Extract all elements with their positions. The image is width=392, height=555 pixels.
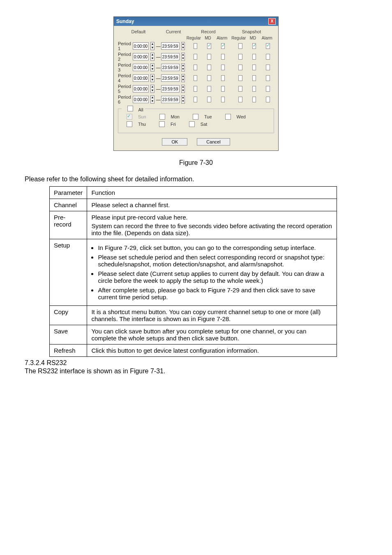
snap-alarm-checkbox[interactable] bbox=[266, 86, 270, 92]
sub-rec-regular: Regular bbox=[187, 36, 201, 40]
rec-md-checkbox[interactable] bbox=[207, 43, 211, 49]
sub-snap-regular: Regular bbox=[231, 36, 246, 40]
rec-alarm-checkbox[interactable] bbox=[221, 86, 225, 92]
snap-regular-checkbox[interactable] bbox=[238, 65, 242, 70]
close-icon[interactable]: X bbox=[268, 18, 276, 25]
period-to-input[interactable]: 23:59:59 bbox=[161, 74, 180, 82]
rec-regular-checkbox[interactable] bbox=[194, 97, 198, 102]
day-thu-checkbox[interactable] bbox=[127, 121, 132, 127]
parameter-table: Parameter Function Channel Please select… bbox=[49, 186, 337, 357]
period-to-input[interactable]: 23:59:59 bbox=[161, 42, 180, 50]
spinner-icon[interactable]: ▲▼ bbox=[181, 53, 185, 61]
snap-regular-checkbox[interactable] bbox=[238, 43, 242, 49]
dash-icon: — bbox=[156, 54, 159, 59]
cancel-button[interactable]: Cancel bbox=[197, 138, 230, 146]
spinner-icon[interactable]: ▲▼ bbox=[150, 74, 154, 82]
day-tue-checkbox[interactable] bbox=[193, 114, 198, 120]
dash-icon: — bbox=[156, 65, 159, 70]
spinner-icon[interactable]: ▲▼ bbox=[150, 85, 154, 93]
day-thu: Thu bbox=[138, 122, 146, 127]
spinner-icon[interactable]: ▲▼ bbox=[150, 63, 154, 72]
dash-icon: — bbox=[156, 97, 159, 102]
spinner-icon[interactable]: ▲▼ bbox=[181, 63, 185, 72]
spinner-icon[interactable]: ▲▼ bbox=[150, 53, 154, 61]
period-from-input[interactable]: 0:00:00 bbox=[133, 64, 149, 71]
day-sat-checkbox[interactable] bbox=[189, 121, 195, 127]
period-from-input[interactable]: 0:00:00 bbox=[133, 74, 149, 82]
snap-alarm-checkbox[interactable] bbox=[266, 65, 270, 70]
period-to-input[interactable]: 23:59:59 bbox=[161, 96, 180, 103]
period-to-input[interactable]: 23:59:59 bbox=[161, 64, 180, 71]
intro-text: Please refer to the following sheet for … bbox=[25, 176, 367, 183]
day-fri-checkbox[interactable] bbox=[159, 121, 165, 127]
rec-regular-checkbox[interactable] bbox=[194, 75, 198, 81]
day-mon-checkbox[interactable] bbox=[159, 114, 165, 120]
snap-md-checkbox[interactable] bbox=[252, 43, 256, 49]
period-from-input[interactable]: 0:00:00 bbox=[133, 42, 149, 50]
table-row: Setup In Figure 7-29, click set button, … bbox=[50, 239, 337, 306]
period-from-input[interactable]: 0:00:00 bbox=[133, 96, 149, 103]
snap-alarm-checkbox[interactable] bbox=[266, 97, 270, 102]
period-label: Period 5 bbox=[118, 84, 131, 94]
sub-snap-alarm: Alarm bbox=[260, 36, 274, 40]
period-row: Period 50:00:00▲▼—23:59:59▲▼ bbox=[118, 84, 274, 94]
column-headers: Default Current Record Snapshot bbox=[118, 29, 274, 34]
all-checkbox[interactable] bbox=[127, 106, 133, 111]
cell-func: Please input pre-record value here. Syst… bbox=[87, 211, 337, 239]
snap-regular-checkbox[interactable] bbox=[238, 54, 242, 60]
snap-md-checkbox[interactable] bbox=[252, 65, 256, 70]
rec-alarm-checkbox[interactable] bbox=[221, 97, 225, 102]
table-row: Save You can click save button after you… bbox=[50, 325, 337, 345]
setup-b1: In Figure 7-29, click set button, you ca… bbox=[98, 244, 332, 251]
spinner-icon[interactable]: ▲▼ bbox=[181, 42, 185, 50]
snap-md-checkbox[interactable] bbox=[252, 54, 256, 60]
rec-regular-checkbox[interactable] bbox=[194, 54, 198, 60]
period-to-input[interactable]: 23:59:59 bbox=[161, 85, 180, 92]
all-days-fieldset: All Sun Mon Tue Wed Thu Fri Sat bbox=[118, 109, 274, 133]
cell-func: In Figure 7-29, click set button, you ca… bbox=[87, 239, 337, 306]
period-row: Period 40:00:00▲▼—23:59:59▲▼ bbox=[118, 73, 274, 83]
th-parameter: Parameter bbox=[50, 187, 87, 199]
dialog-title-bar: Sunday X bbox=[114, 17, 278, 26]
sub-rec-md: MD bbox=[201, 36, 215, 40]
rec-md-checkbox[interactable] bbox=[207, 75, 211, 81]
rec-md-checkbox[interactable] bbox=[207, 86, 211, 92]
th-function: Function bbox=[87, 187, 337, 199]
snap-md-checkbox[interactable] bbox=[252, 86, 256, 92]
spinner-icon[interactable]: ▲▼ bbox=[150, 95, 154, 104]
snap-regular-checkbox[interactable] bbox=[238, 97, 242, 102]
snap-alarm-checkbox[interactable] bbox=[266, 75, 270, 81]
rec-regular-checkbox[interactable] bbox=[194, 65, 198, 70]
period-from-input[interactable]: 0:00:00 bbox=[133, 85, 149, 92]
rec-md-checkbox[interactable] bbox=[207, 97, 211, 102]
cell-param: Channel bbox=[50, 199, 87, 211]
rec-regular-checkbox[interactable] bbox=[194, 86, 198, 92]
snap-md-checkbox[interactable] bbox=[252, 75, 256, 81]
spinner-icon[interactable]: ▲▼ bbox=[181, 85, 185, 93]
period-from-input[interactable]: 0:00:00 bbox=[133, 53, 149, 60]
ok-button[interactable]: OK bbox=[162, 138, 187, 146]
rec-md-checkbox[interactable] bbox=[207, 65, 211, 70]
spinner-icon[interactable]: ▲▼ bbox=[150, 42, 154, 50]
period-to-input[interactable]: 23:59:59 bbox=[161, 53, 180, 60]
rec-alarm-checkbox[interactable] bbox=[221, 75, 225, 81]
rec-regular-checkbox[interactable] bbox=[194, 43, 198, 49]
rec-alarm-checkbox[interactable] bbox=[221, 54, 225, 60]
snap-alarm-checkbox[interactable] bbox=[266, 43, 270, 49]
rec-alarm-checkbox[interactable] bbox=[221, 43, 225, 49]
rec-alarm-checkbox[interactable] bbox=[221, 65, 225, 70]
day-mon: Mon bbox=[171, 114, 180, 119]
setup-b3: Please select date (Current setup applie… bbox=[98, 270, 332, 284]
spinner-icon[interactable]: ▲▼ bbox=[181, 74, 185, 82]
period-label: Period 4 bbox=[118, 73, 131, 83]
header-default: Default bbox=[118, 29, 159, 34]
header-record: Record bbox=[188, 29, 229, 34]
snap-regular-checkbox[interactable] bbox=[238, 75, 242, 81]
day-wed-checkbox[interactable] bbox=[225, 114, 231, 120]
snap-md-checkbox[interactable] bbox=[252, 97, 256, 102]
header-snapshot: Snapshot bbox=[229, 29, 274, 34]
rec-md-checkbox[interactable] bbox=[207, 54, 211, 60]
snap-regular-checkbox[interactable] bbox=[238, 86, 242, 92]
snap-alarm-checkbox[interactable] bbox=[266, 54, 270, 60]
spinner-icon[interactable]: ▲▼ bbox=[181, 95, 185, 104]
